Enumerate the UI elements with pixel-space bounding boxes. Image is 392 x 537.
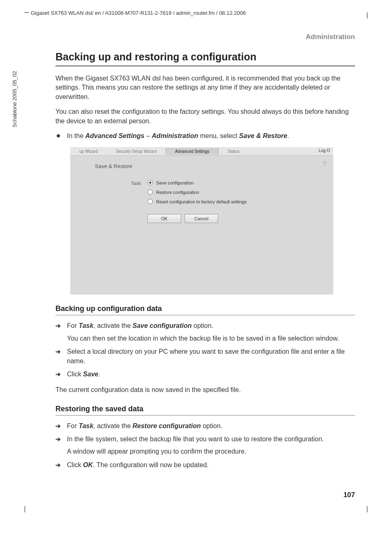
tab-up-wizard[interactable]: up Wizard bbox=[70, 148, 107, 155]
heading-rule bbox=[55, 65, 355, 67]
radio-icon bbox=[148, 189, 153, 195]
backup-step-2: Select a local directory on your PC wher… bbox=[55, 347, 355, 366]
subheading-backup: Backing up configuration data bbox=[55, 304, 355, 313]
radio-reset-factory[interactable]: Reset configuration to factory default s… bbox=[148, 199, 323, 204]
radio-icon bbox=[148, 180, 153, 185]
ok-button[interactable]: OK bbox=[148, 214, 181, 223]
backup-step-1: For Task, activate the Save configuratio… bbox=[55, 321, 355, 343]
radio-icon bbox=[148, 199, 153, 204]
tab-advanced-settings[interactable]: Advanced Settings bbox=[166, 148, 219, 155]
page-number: 107 bbox=[344, 491, 355, 499]
nav-instruction: In the Advanced Settings – Administratio… bbox=[55, 131, 355, 141]
section-label: Administration bbox=[55, 33, 355, 41]
router-ui-screenshot: up Wizard Security Setup Wizard Advanced… bbox=[70, 147, 333, 295]
tab-status[interactable]: Status bbox=[219, 148, 248, 155]
restore-step-2: In the file system, select the backup fi… bbox=[55, 435, 355, 456]
restore-step-1: For Task, activate the Restore configura… bbox=[55, 422, 355, 431]
cancel-button[interactable]: Cancel bbox=[184, 214, 218, 223]
radio-save-configuration[interactable]: Save configuration bbox=[148, 180, 323, 185]
subheading-restore: Restoring the saved data bbox=[55, 405, 355, 413]
header-path: Gigaset SX763 WLAN dsl/ en / A31008-M707… bbox=[31, 10, 246, 16]
intro-paragraph-1: When the Gigaset SX763 WLAN dsl has been… bbox=[55, 74, 355, 101]
subheading-rule bbox=[55, 415, 355, 416]
intro-paragraph-2: You can also reset the configuration to … bbox=[55, 107, 355, 126]
log-off-link[interactable]: Log O bbox=[319, 148, 330, 153]
template-label: Schablone 2005_05_02 bbox=[12, 71, 18, 127]
task-label: Task: bbox=[80, 180, 148, 208]
radio-restore-configuration[interactable]: Restore configuration bbox=[148, 189, 323, 195]
restore-step-3: Click OK. The configuration will now be … bbox=[55, 461, 355, 470]
help-icon[interactable]: ? bbox=[321, 160, 328, 167]
backup-result: The current configuration data is now sa… bbox=[55, 385, 355, 394]
backup-step-3: Click Save. bbox=[55, 370, 355, 379]
tab-security-setup-wizard[interactable]: Security Setup Wizard bbox=[107, 148, 166, 155]
page-title: Backing up and restoring a configuration bbox=[55, 51, 355, 63]
subheading-rule bbox=[55, 315, 355, 316]
panel-title: Save & Restore bbox=[95, 163, 323, 169]
